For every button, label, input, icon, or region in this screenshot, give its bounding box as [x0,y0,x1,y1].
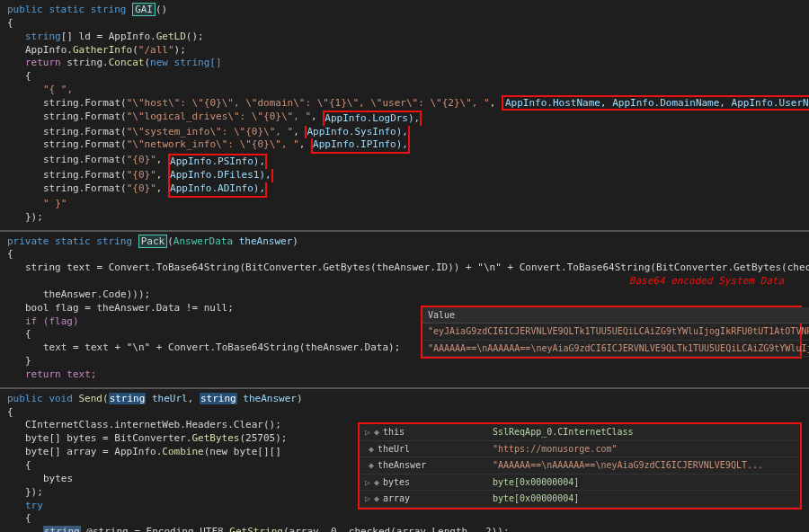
table-row[interactable]: "AAAAAA==\nAAAAAA==\neyAiaG9zdCI6ICJERVN… [422,340,809,357]
code-pane-2: private static string Pack(AnswerData th… [0,232,809,387]
expand-icon[interactable]: ▷ [365,493,370,503]
param-type-sel: string [200,393,237,404]
table-row[interactable]: ◆theUrl"https://monusorge.com" [360,440,800,457]
field-icon: ◆ [373,426,380,439]
expand-icon[interactable]: ▷ [365,477,370,487]
field-icon: ◆ [373,492,380,505]
table-header: ValueType [422,307,809,324]
expand-icon[interactable]: ▷ [365,427,370,437]
method-name-gai: GAI [132,3,156,16]
appinfo-sys-box: AppInfo.SysInfo), [305,126,410,139]
table-row[interactable]: "eyJAiaG9zdCI6ICJERVNLVE9QLTk1TUU5UEQiLC… [422,324,809,341]
table-row[interactable]: ◆theAnswer"AAAAAA==\nAAAAAA==\neyAiaG9zd… [360,457,800,474]
appinfo-ad-box: AppInfo.ADInfo), [168,182,267,198]
method-name-pack: Pack [138,235,168,248]
code-pane-1: public static string GAI() { string[] ld… [0,0,809,230]
debug-locals-panel[interactable]: ▷◆thisSslReqApp_0.CInternetClass ◆theUrl… [358,422,802,510]
code-pane-3: public void Send(string theUrl, string t… [0,389,809,532]
debug-tooltip-base64[interactable]: ValueType "eyJAiaG9zdCI6ICJERVNLVE9QLTk1… [421,306,802,359]
param-type-sel: string [109,393,147,404]
table-row[interactable]: ▷◆arraybyte[0x00000004] [360,491,800,508]
table-row[interactable]: ▷◆bytesbyte[0x00000004] [360,474,800,491]
table-row[interactable]: ▷◆thisSslReqApp_0.CInternetClass [360,424,800,440]
appinfo-host-box: AppInfo.HostName, AppInfo.DomainName, Ap… [502,95,809,111]
base64-caption: Base64 encoded System Data [7,275,802,288]
type-highlight: string [43,526,81,532]
appinfo-drives-box: AppInfo.LogDrs), [323,111,422,126]
appinfo-net-box: AppInfo.IPInfo), [311,138,410,154]
appinfo-df-box: AppInfo.DFiles1), [168,169,273,182]
field-icon: ◆ [368,459,375,472]
appinfo-ps-box: AppInfo.PSInfo), [168,154,267,169]
field-icon: ◆ [373,476,380,489]
field-icon: ◆ [368,443,375,456]
